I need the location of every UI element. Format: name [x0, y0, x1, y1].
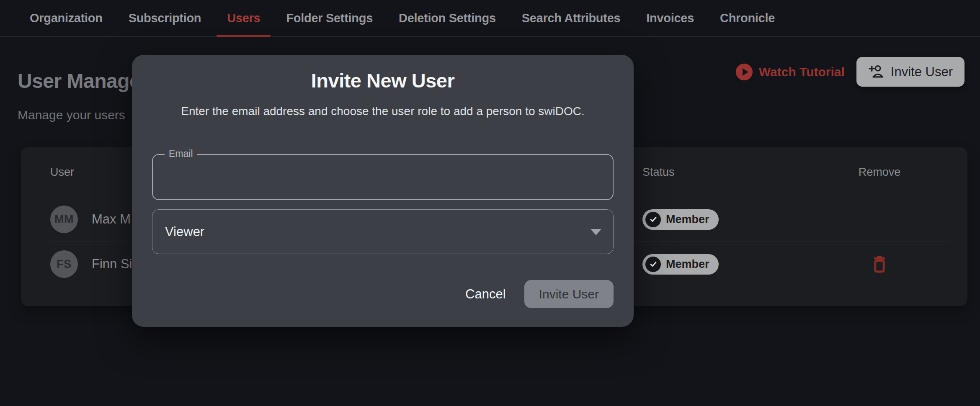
- page-subtitle: Manage your users: [18, 108, 125, 122]
- status-badge: Member: [642, 209, 719, 230]
- tab-invoices[interactable]: Invoices: [633, 0, 707, 36]
- email-field-label: Email: [165, 148, 197, 159]
- status-cell: Member: [642, 209, 810, 230]
- email-input[interactable]: [153, 155, 613, 199]
- cancel-button[interactable]: Cancel: [465, 287, 506, 302]
- role-select[interactable]: Viewer: [152, 209, 614, 254]
- person-add-icon: [868, 64, 885, 80]
- role-select-value: Viewer: [165, 224, 204, 239]
- modal-invite-user-button[interactable]: Invite User: [524, 280, 614, 308]
- status-badge-label: Member: [666, 258, 709, 271]
- tab-subscription[interactable]: Subscription: [116, 0, 214, 36]
- user-name: Max M: [92, 212, 131, 227]
- remove-cell: [810, 255, 949, 273]
- modal-description: Enter the email address and choose the u…: [152, 104, 614, 118]
- status-badge-label: Member: [666, 213, 709, 226]
- active-tab-indicator: [217, 35, 271, 37]
- tab-organization[interactable]: Organization: [17, 0, 116, 36]
- invite-user-button[interactable]: Invite User: [856, 57, 965, 87]
- avatar: MM: [50, 206, 78, 233]
- check-icon: [645, 257, 661, 272]
- watch-tutorial-label: Watch Tutorial: [759, 65, 845, 79]
- top-nav: Organization Subscription Users Folder S…: [0, 0, 980, 37]
- play-icon: [736, 64, 753, 80]
- status-badge: Member: [642, 254, 719, 275]
- header-controls: Watch Tutorial Invite User: [736, 57, 965, 87]
- column-header-status: Status: [642, 166, 810, 179]
- modal-footer: Cancel Invite User: [152, 280, 614, 308]
- column-header-remove: Remove: [810, 166, 949, 179]
- email-field: Email: [152, 154, 614, 200]
- chevron-down-icon: [591, 229, 601, 235]
- tab-chronicle[interactable]: Chronicle: [707, 0, 788, 36]
- tab-folder-settings[interactable]: Folder Settings: [273, 0, 386, 36]
- check-icon: [645, 212, 661, 227]
- tab-users-label: Users: [227, 11, 260, 25]
- tab-deletion-settings[interactable]: Deletion Settings: [386, 0, 509, 36]
- tab-search-attributes[interactable]: Search Attributes: [509, 0, 634, 36]
- modal-title: Invite New User: [152, 70, 614, 92]
- watch-tutorial-link[interactable]: Watch Tutorial: [736, 64, 845, 80]
- invite-new-user-modal: Invite New User Enter the email address …: [132, 55, 634, 327]
- trash-icon[interactable]: [873, 255, 886, 273]
- avatar: FS: [50, 250, 78, 278]
- status-cell: Member: [642, 254, 810, 275]
- tab-users[interactable]: Users: [214, 0, 273, 36]
- invite-user-button-label: Invite User: [891, 64, 953, 80]
- user-name: Finn Si: [92, 257, 132, 272]
